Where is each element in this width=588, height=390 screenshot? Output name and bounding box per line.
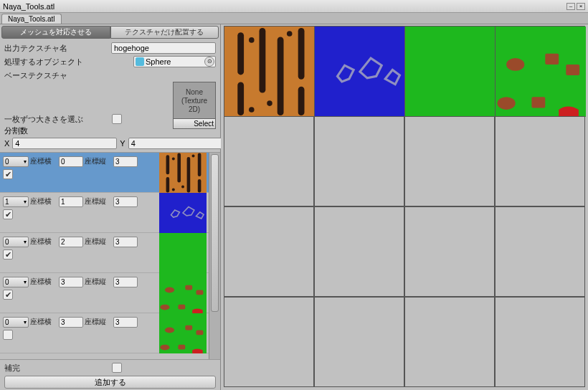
item-dropdown[interactable]: 0 [3, 156, 29, 167]
grid-cell[interactable] [495, 206, 585, 297]
size-each-checkbox[interactable] [112, 114, 122, 124]
list-item[interactable]: 0 座標横 座標縦 [0, 313, 209, 353]
svg-point-8 [181, 186, 184, 189]
item-dropdown[interactable]: 1 [3, 196, 29, 207]
target-object-value: Sphere [146, 57, 171, 66]
coord-v-label: 座標縦 [85, 196, 112, 206]
svg-point-14 [165, 287, 174, 293]
target-object-label: 処理するオブジェクト [4, 57, 133, 67]
add-button[interactable]: 追加する [4, 376, 216, 389]
svg-rect-16 [196, 290, 203, 295]
svg-rect-24 [178, 345, 185, 350]
svg-rect-41 [566, 65, 579, 75]
item-checkbox[interactable]: ✔ [3, 209, 13, 219]
output-texture-label: 出力テクスチャ名 [4, 43, 111, 54]
svg-point-35 [249, 107, 255, 113]
grid-cell[interactable] [224, 206, 314, 297]
grid-cell[interactable] [224, 116, 314, 206]
item-checkbox[interactable]: ✔ [3, 290, 13, 300]
division-x-input[interactable] [12, 138, 117, 149]
texture-slot-select[interactable]: Select [174, 118, 215, 128]
editor-tabbar: Naya_Tools.atl [0, 13, 588, 24]
grid-cell[interactable] [314, 26, 404, 116]
list-item[interactable]: 0 座標横 座標縦 ✔ [0, 273, 209, 313]
coord-h-input[interactable] [59, 277, 83, 287]
scrollbar-thumb[interactable] [211, 154, 219, 312]
list-item[interactable]: 1 座標横 座標縦 ✔ [0, 193, 209, 233]
coord-v-input[interactable] [113, 196, 138, 207]
item-thumbnail [159, 193, 207, 233]
svg-point-39 [506, 58, 524, 71]
mode-tab-mesh[interactable]: メッシュを対応させる [1, 26, 110, 39]
item-dropdown[interactable]: 0 [3, 317, 29, 328]
grid-cell[interactable] [495, 116, 585, 206]
coord-h-label: 座標横 [30, 277, 57, 287]
coord-v-label: 座標縦 [85, 317, 112, 327]
svg-rect-43 [531, 97, 545, 108]
coord-h-input[interactable] [59, 237, 83, 247]
coord-h-input[interactable] [59, 156, 83, 167]
grid-cell[interactable] [495, 26, 585, 116]
editor-tab[interactable]: Naya_Tools.atl [1, 14, 62, 24]
coord-h-input[interactable] [59, 196, 83, 207]
coord-v-input[interactable] [113, 156, 138, 167]
grid-cell[interactable] [224, 26, 314, 116]
object-picker-icon[interactable]: ⊙ [204, 57, 214, 67]
coord-h-label: 座標横 [30, 237, 57, 247]
coord-v-label: 座標縦 [85, 277, 112, 287]
list-item[interactable]: 0 座標横 座標縦 ✔ [0, 153, 209, 193]
left-panel: メッシュを対応させる テクスチャだけ配置する 出力テクスチャ名 処理するオブジェ… [0, 24, 221, 390]
coord-h-label: 座標横 [30, 317, 57, 327]
svg-rect-15 [185, 285, 192, 290]
base-texture-slot[interactable]: None (Texture 2D) Select [173, 82, 216, 129]
fill-label: 補完 [4, 363, 112, 374]
mode-tab-texture[interactable]: テクスチャだけ配置する [110, 26, 219, 39]
size-each-label: 一枚ずつ大きさを選ぶ [4, 114, 112, 125]
item-checkbox[interactable] [3, 330, 13, 340]
output-texture-input[interactable] [111, 42, 216, 54]
minimize-button[interactable]: – [566, 3, 575, 10]
coord-v-input[interactable] [113, 277, 138, 287]
base-texture-label: ベーステクスチャ [4, 70, 133, 81]
close-button[interactable]: × [577, 3, 585, 10]
grid-cell[interactable] [495, 297, 585, 387]
coord-h-input[interactable] [59, 317, 83, 328]
division-y-input[interactable] [128, 138, 233, 149]
fill-checkbox[interactable] [112, 363, 122, 373]
svg-rect-12 [159, 233, 207, 273]
grid-cell[interactable] [314, 297, 404, 387]
svg-point-42 [498, 97, 516, 110]
grid-cell[interactable] [314, 206, 404, 297]
coord-v-label: 座標縦 [85, 237, 112, 247]
svg-rect-22 [196, 330, 203, 336]
texture-slot-none: None (Texture 2D) [174, 82, 215, 118]
atlas-preview [221, 24, 588, 390]
coord-v-input[interactable] [113, 237, 138, 247]
item-dropdown[interactable]: 0 [3, 277, 29, 287]
grid-cell[interactable] [224, 297, 314, 387]
item-checkbox[interactable]: ✔ [3, 169, 13, 179]
coord-v-input[interactable] [113, 317, 138, 328]
texture-list: 0 座標横 座標縦 ✔ 1 座標横 座標縦 ✔ 0 座標横 座標縦 ✔ 0 [0, 152, 220, 359]
grid-cell[interactable] [404, 297, 495, 387]
list-item[interactable]: 0 座標横 座標縦 ✔ [0, 233, 209, 273]
grid-cell[interactable] [404, 206, 495, 297]
coord-h-label: 座標横 [30, 156, 57, 166]
window-title: Naya_Tools.atl [3, 2, 54, 11]
svg-point-7 [172, 157, 175, 160]
target-object-field[interactable]: Sphere ⊙ [133, 56, 216, 67]
svg-point-17 [160, 305, 169, 310]
list-scrollbar[interactable] [209, 153, 220, 359]
coord-h-label: 座標横 [30, 196, 57, 206]
grid-cell[interactable] [404, 26, 495, 116]
item-checkbox[interactable]: ✔ [3, 249, 13, 260]
svg-point-20 [165, 328, 174, 333]
svg-rect-40 [545, 54, 559, 65]
grid-cell[interactable] [404, 116, 495, 206]
coord-v-label: 座標縦 [85, 156, 112, 166]
grid-cell[interactable] [314, 116, 404, 206]
svg-point-34 [287, 31, 293, 37]
item-dropdown[interactable]: 0 [3, 237, 29, 247]
svg-rect-21 [185, 325, 192, 330]
item-thumbnail [159, 273, 207, 313]
